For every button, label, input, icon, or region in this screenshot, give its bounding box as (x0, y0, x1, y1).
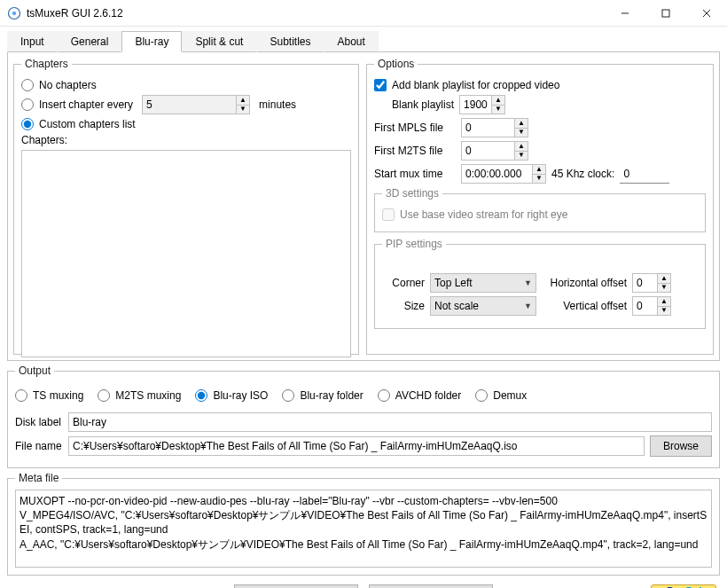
spinner-arrows[interactable]: ▲▼ (657, 296, 671, 316)
spinner-arrows[interactable]: ▲▼ (236, 95, 250, 114)
3d-settings-group: 3D settings Use base video stream for ri… (374, 187, 706, 232)
tab-bluray[interactable]: Blu-ray (121, 31, 182, 52)
pip-settings-group: PIP settings Corner Top Left▼ Horizontal… (374, 238, 706, 329)
spinner-arrows[interactable]: ▲▼ (532, 164, 546, 184)
chapters-legend: Chapters (21, 58, 72, 70)
chapters-group: Chapters No chapters Insert chapter ever… (13, 58, 359, 355)
meta-line: V_MPEG4/ISO/AVC, "C:¥Users¥softaro¥Deskt… (20, 508, 707, 537)
insert-every-radio[interactable] (21, 98, 34, 111)
use-base-video-checkbox (382, 208, 395, 221)
disk-label-input[interactable] (68, 412, 712, 432)
insert-every-value[interactable] (142, 95, 236, 114)
browse-button[interactable]: Browse (650, 435, 712, 457)
pip-settings-legend: PIP settings (382, 238, 446, 250)
first-m2ts-value[interactable] (461, 141, 514, 161)
maximize-button[interactable] (645, 0, 686, 27)
bluray-folder-label: Blu-ray folder (300, 389, 363, 402)
start-mux-spinner[interactable]: ▲▼ (461, 164, 546, 184)
demux-label: Demux (493, 389, 527, 402)
save-meta-file-button[interactable]: Save meta file (369, 584, 493, 588)
insert-every-label: Insert chapter every (39, 98, 133, 111)
pip-size-value: Not scale (434, 300, 479, 312)
blank-playlist-value[interactable] (459, 95, 491, 114)
svg-point-1 (12, 11, 16, 14)
meta-line: MUXOPT --no-pcr-on-video-pid --new-audio… (20, 494, 707, 508)
use-base-video-label: Use base video stream for right eye (400, 208, 567, 221)
add-blank-playlist-label: Add blank playlist for cropped video (392, 79, 559, 91)
first-m2ts-label: First M2TS file (374, 145, 456, 157)
3d-settings-legend: 3D settings (382, 187, 442, 200)
disk-label-label: Disk label (15, 416, 63, 428)
minutes-label: minutes (259, 98, 296, 111)
pip-voffset-value[interactable] (632, 296, 657, 316)
chapters-textarea[interactable] (21, 150, 351, 357)
add-blank-playlist-checkbox[interactable] (374, 79, 387, 91)
khz-label: 45 Khz clock: (551, 168, 614, 180)
tab-input[interactable]: Input (7, 31, 58, 52)
no-chapters-label: No chapters (39, 79, 97, 91)
footer: Start muxing Save meta file PayPal Donat… (0, 576, 727, 588)
pip-corner-combo[interactable]: Top Left▼ (430, 273, 536, 293)
custom-chapters-label: Custom chapters list (39, 118, 136, 130)
tab-about[interactable]: About (324, 31, 378, 52)
ts-muxing-radio[interactable] (15, 389, 27, 402)
minimize-button[interactable] (605, 0, 645, 27)
close-button[interactable] (686, 0, 727, 27)
options-legend: Options (374, 58, 418, 70)
m2ts-muxing-radio[interactable] (98, 389, 110, 402)
output-legend: Output (15, 365, 54, 377)
start-mux-value[interactable] (461, 164, 532, 184)
pip-corner-value: Top Left (434, 277, 473, 289)
meta-file-legend: Meta file (15, 472, 62, 484)
pip-size-combo[interactable]: Not scale▼ (430, 296, 536, 316)
tab-split[interactable]: Split & cut (182, 31, 256, 52)
spinner-arrows[interactable]: ▲▼ (491, 95, 505, 114)
tab-body: Chapters No chapters Insert chapter ever… (7, 51, 720, 361)
bluray-iso-radio[interactable] (195, 389, 207, 402)
spinner-arrows[interactable]: ▲▼ (514, 141, 528, 161)
app-icon (7, 6, 21, 20)
start-mux-label: Start mux time (374, 168, 456, 180)
file-name-input[interactable] (68, 436, 645, 456)
pip-hoffset-value[interactable] (632, 273, 657, 293)
pip-voffset-spinner[interactable]: ▲▼ (632, 296, 671, 316)
window-title: tsMuxeR GUI 2.6.12 (27, 7, 605, 20)
first-mpls-value[interactable] (461, 118, 514, 137)
m2ts-muxing-label: M2TS muxing (115, 389, 181, 402)
start-muxing-button[interactable]: Start muxing (234, 584, 358, 588)
pip-voffset-label: Vertical offset (542, 300, 627, 312)
file-name-label: File name (15, 440, 63, 452)
output-group: Output TS muxing M2TS muxing Blu-ray ISO… (7, 365, 720, 468)
custom-chapters-radio[interactable] (21, 118, 34, 130)
options-group: Options Add blank playlist for cropped v… (366, 58, 714, 355)
chevron-down-icon: ▼ (524, 278, 532, 287)
tab-subtitles[interactable]: Subtitles (256, 31, 324, 52)
spinner-arrows[interactable]: ▲▼ (657, 273, 671, 293)
blank-playlist-spinner[interactable]: ▲▼ (459, 95, 505, 114)
avchd-folder-label: AVCHD folder (395, 389, 461, 402)
insert-every-spinner[interactable]: ▲▼ (142, 95, 250, 114)
blank-playlist-label: Blank playlist (392, 98, 454, 111)
meta-line: A_AAC, "C:¥Users¥softaro¥Desktop¥サンプル¥VI… (20, 537, 707, 552)
pip-size-label: Size (382, 300, 425, 312)
chapters-textarea-label: Chapters: (21, 134, 351, 146)
bluray-folder-radio[interactable] (282, 389, 294, 402)
paypal-donate-button[interactable]: PayPal Donate (651, 584, 716, 588)
ts-muxing-label: TS muxing (33, 389, 83, 402)
first-m2ts-spinner[interactable]: ▲▼ (461, 141, 528, 161)
tab-general[interactable]: General (58, 31, 122, 52)
pip-hoffset-label: Horizontal offset (542, 277, 627, 289)
first-mpls-label: First MPLS file (374, 122, 456, 134)
bluray-iso-label: Blu-ray ISO (213, 389, 268, 402)
demux-radio[interactable] (475, 389, 488, 402)
khz-value[interactable] (620, 164, 669, 184)
spinner-arrows[interactable]: ▲▼ (514, 118, 528, 137)
svg-rect-3 (662, 10, 669, 17)
titlebar: tsMuxeR GUI 2.6.12 (0, 0, 727, 27)
first-mpls-spinner[interactable]: ▲▼ (461, 118, 528, 137)
avchd-folder-radio[interactable] (378, 389, 390, 402)
meta-file-group: Meta file MUXOPT --no-pcr-on-video-pid -… (7, 472, 720, 576)
no-chapters-radio[interactable] (21, 79, 34, 91)
meta-file-text[interactable]: MUXOPT --no-pcr-on-video-pid --new-audio… (15, 490, 712, 568)
pip-hoffset-spinner[interactable]: ▲▼ (632, 273, 671, 293)
